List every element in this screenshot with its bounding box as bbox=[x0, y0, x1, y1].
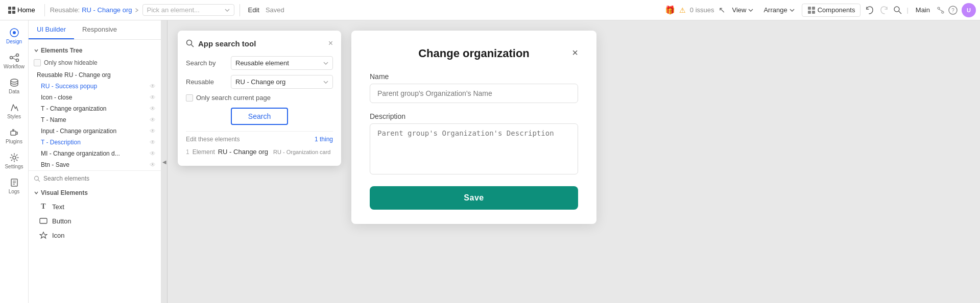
sidebar-item-logs[interactable]: Logs bbox=[2, 174, 27, 197]
ve-item-text[interactable]: T Text bbox=[29, 199, 161, 214]
description-field-label: Description bbox=[370, 112, 578, 120]
search-modal-icon bbox=[186, 39, 194, 47]
avatar[interactable]: U bbox=[962, 3, 976, 17]
view-button[interactable]: View bbox=[729, 4, 757, 16]
tree-item-input-change-org[interactable]: Input - Change organization 👁 bbox=[29, 125, 161, 137]
result-name: RU - Change org bbox=[218, 148, 268, 156]
sidebar-item-styles[interactable]: Styles bbox=[2, 99, 27, 122]
undo-icon[interactable] bbox=[865, 5, 875, 15]
settings-label: Settings bbox=[5, 164, 23, 169]
sidebar-item-design[interactable]: Design bbox=[2, 24, 27, 47]
arrange-chevron-icon bbox=[790, 9, 795, 12]
tree-item-icon-close[interactable]: Icon - close 👁 bbox=[29, 92, 161, 103]
change-org-close-button[interactable]: × bbox=[572, 47, 578, 59]
home-button[interactable]: Home bbox=[4, 4, 39, 16]
breadcrumb: Reusable: RU - Change org bbox=[50, 6, 139, 14]
search-modal-title: App search tool bbox=[198, 39, 324, 48]
svg-line-28 bbox=[38, 180, 40, 182]
change-org-header: Change organization × bbox=[370, 47, 578, 60]
tree-item-mi-change-org[interactable]: MI - Change organization d... 👁 bbox=[29, 148, 161, 159]
search-by-row: Search by Reusable element bbox=[186, 56, 333, 70]
visual-elements-header[interactable]: Visual Elements bbox=[29, 186, 161, 199]
ve-icon-label: Icon bbox=[52, 232, 65, 239]
svg-point-18 bbox=[11, 79, 18, 82]
reusable-value: RU - Change org bbox=[235, 78, 285, 86]
topbar-right: 🎁 ⚠ 0 issues ↖ View Arrange Components | bbox=[665, 3, 976, 17]
issues-count[interactable]: 0 issues bbox=[690, 6, 714, 14]
ve-item-button[interactable]: Button bbox=[29, 214, 161, 228]
logs-label: Logs bbox=[9, 189, 20, 194]
workflow-label: Workflow bbox=[4, 64, 25, 69]
svg-line-17 bbox=[12, 58, 16, 60]
collapse-handle[interactable]: ◀ bbox=[161, 20, 168, 303]
elements-tree-header[interactable]: Elements Tree bbox=[29, 44, 161, 57]
search-topbar-icon[interactable] bbox=[893, 6, 902, 15]
tree-item-btn-save[interactable]: Btn - Save 👁 bbox=[29, 159, 161, 170]
tab-ui-builder[interactable]: UI Builder bbox=[29, 20, 74, 39]
svg-point-15 bbox=[16, 59, 18, 62]
redo-icon[interactable] bbox=[879, 5, 889, 15]
eye-icon-t-change-org: 👁 bbox=[150, 105, 156, 112]
only-show-hideable-checkbox[interactable] bbox=[34, 59, 41, 66]
tree-item-success-popup[interactable]: RU - Success popup 👁 bbox=[29, 81, 161, 92]
breadcrumb-chevron-icon bbox=[134, 8, 139, 13]
topbar: Home Reusable: RU - Change org Pick an e… bbox=[0, 0, 980, 20]
sidebar-item-data[interactable]: Data bbox=[2, 74, 27, 97]
search-modal-close[interactable]: × bbox=[328, 39, 333, 48]
tree-item-btn-save-label: Btn - Save bbox=[41, 161, 148, 168]
panel-tabs: UI Builder Responsive bbox=[29, 20, 161, 40]
result-item-1[interactable]: 1 Element RU - Change org RU - Organizat… bbox=[186, 146, 333, 158]
sidebar-item-plugins[interactable]: Plugins bbox=[2, 124, 27, 147]
edit-elements-label: Edit these elements bbox=[186, 136, 240, 143]
topbar-divider-1 bbox=[44, 4, 45, 16]
edit-label: Edit bbox=[245, 4, 262, 16]
description-textarea[interactable] bbox=[370, 123, 578, 174]
only-search-current-page-checkbox[interactable] bbox=[186, 94, 193, 102]
data-label: Data bbox=[9, 89, 19, 94]
change-org-save-button[interactable]: Save bbox=[370, 186, 578, 210]
element-picker-chevron-icon bbox=[225, 9, 230, 12]
reusable-row: Reusable RU - Change org bbox=[186, 75, 333, 89]
svg-line-8 bbox=[939, 9, 943, 11]
main-layout: Design Workflow Data Styles bbox=[0, 20, 980, 303]
result-index: 1 bbox=[186, 148, 189, 156]
ve-item-icon[interactable]: Icon bbox=[29, 228, 161, 242]
reusable-select[interactable]: RU - Change org bbox=[231, 75, 333, 89]
change-org-title: Change organization bbox=[418, 47, 530, 60]
search-elements-input[interactable] bbox=[43, 175, 156, 182]
panel-content: Elements Tree Only show hideable Reusabl… bbox=[29, 40, 161, 303]
sidebar-item-workflow[interactable]: Workflow bbox=[2, 49, 27, 72]
ve-button-label: Button bbox=[52, 217, 71, 225]
only-search-current-page-label: Only search current page bbox=[196, 94, 271, 102]
tree-item-t-change-org[interactable]: T - Change organization 👁 bbox=[29, 103, 161, 114]
components-button[interactable]: Components bbox=[802, 4, 861, 17]
svg-rect-2 bbox=[808, 11, 811, 14]
search-by-select[interactable]: Reusable element bbox=[231, 56, 333, 70]
eye-icon-t-name: 👁 bbox=[150, 116, 156, 123]
grid-icon bbox=[8, 7, 15, 14]
svg-point-27 bbox=[35, 176, 39, 180]
tree-item-reusable[interactable]: Reusable RU - Change org bbox=[29, 69, 161, 81]
tab-responsive[interactable]: Responsive bbox=[74, 20, 125, 39]
button-element-icon bbox=[39, 216, 48, 225]
description-field-group: Description bbox=[370, 112, 578, 186]
svg-point-4 bbox=[894, 7, 899, 12]
search-button[interactable]: Search bbox=[231, 108, 288, 125]
results-row: Edit these elements 1 thing bbox=[186, 131, 333, 143]
tree-item-t-name[interactable]: T - Name 👁 bbox=[29, 114, 161, 125]
tree-item-t-name-label: T - Name bbox=[41, 116, 148, 123]
help-icon[interactable]: ? bbox=[948, 6, 958, 15]
eye-icon-btn-save: 👁 bbox=[150, 161, 156, 168]
element-picker[interactable]: Pick an element... bbox=[142, 4, 234, 16]
sidebar-item-settings[interactable]: Settings bbox=[2, 149, 27, 172]
components-label: Components bbox=[818, 6, 855, 14]
svg-rect-19 bbox=[11, 131, 16, 135]
reusable-label: Reusable bbox=[186, 78, 227, 86]
view-chevron-icon bbox=[748, 9, 753, 12]
tree-item-t-description[interactable]: T - Description 👁 bbox=[29, 137, 161, 148]
name-input[interactable] bbox=[370, 84, 578, 103]
svg-point-31 bbox=[187, 40, 192, 45]
arrange-button[interactable]: Arrange bbox=[760, 4, 797, 16]
gift-icon[interactable]: 🎁 bbox=[665, 5, 675, 15]
only-show-row: Only show hideable bbox=[29, 57, 161, 69]
